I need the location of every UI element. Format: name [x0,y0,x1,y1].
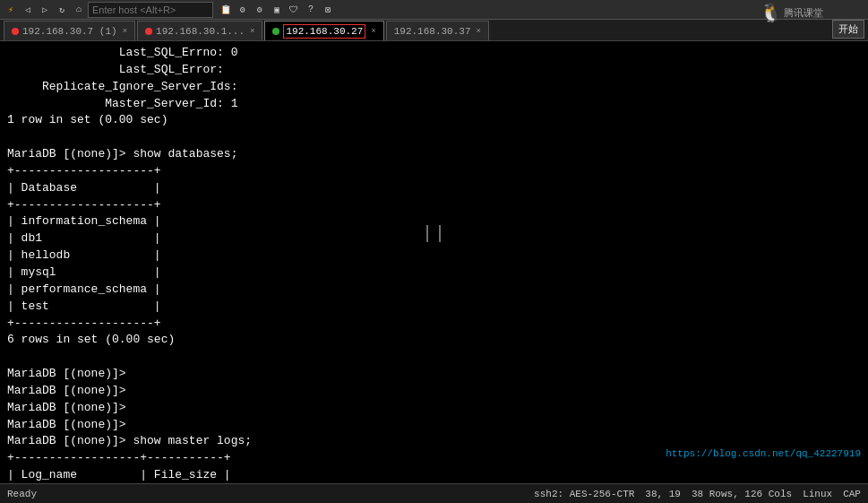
tab-192-168-30-7[interactable]: 192.168.30.7 (1) × [4,21,135,40]
refresh-icon[interactable]: ↻ [55,3,69,17]
line-prompt4: MariaDB [(none)]> [7,418,126,431]
tab-bar: 192.168.30.7 (1) × 192.168.30.1... × 192… [0,20,868,41]
script-icon[interactable]: ▣ [270,3,284,17]
status-size: 38 Rows, 126 Cols [692,489,792,499]
tencent-text: 腾讯课堂 [784,6,823,20]
tencent-icon: 🐧 [760,2,782,24]
tab-label-3: 192.168.30.27 [283,24,365,39]
help-icon[interactable]: ? [304,3,318,17]
titlebar-icons: ⚡ ◁ ▷ ↻ ⌂ [4,3,86,17]
arrow-right-icon[interactable]: ▷ [38,3,52,17]
line-show-master: MariaDB [(none)]> show master logs; [7,434,252,447]
line-db-3: | hellodb | [7,248,161,262]
clipboard-icon[interactable]: 📋 [219,3,233,17]
open-button-area: 开始 [832,20,864,39]
tab-192-168-30-37[interactable]: 192.168.30.37 × [386,21,489,40]
line-db-1: | information_schema | [7,214,161,228]
title-bar: ⚡ ◁ ▷ ↻ ⌂ 📋 ⚙ ⚙ ▣ 🛡 ? ⊠ 🐧 腾讯课堂 [0,0,868,20]
status-mode: CAP [843,489,861,499]
tab-dot-green-3 [272,28,279,35]
right-icons: 📋 ⚙ ⚙ ▣ 🛡 ? ⊠ [219,3,335,17]
home-icon[interactable]: ⌂ [72,3,86,17]
tab-label-1: 192.168.30.7 (1) [22,26,117,37]
shield-icon[interactable]: 🛡 [287,3,301,17]
line-row1: 1 row in set (0.00 sec) [7,113,168,126]
line-prompt2: MariaDB [(none)]> [7,384,126,397]
settings2-icon[interactable]: ⚙ [253,3,267,17]
host-input[interactable] [88,2,213,18]
status-right: ssh2: AES-256-CTR 38, 19 38 Rows, 126 Co… [534,489,861,499]
line-log-header: | Log_name | File_size | [7,468,231,481]
line-log-border1: +------------------+-----------+ [7,451,231,464]
tab-close-4[interactable]: × [477,27,481,36]
line-show-db: MariaDB [(none)]> show databases; [7,147,237,160]
line-replicate: Replicate_Ignore_Server_Ids: [7,80,245,93]
arrow-left-icon[interactable]: ◁ [21,3,35,17]
tab-192-168-30-27[interactable]: 192.168.30.27 × [264,21,383,40]
status-encoding: ssh2: AES-256-CTR [534,489,634,499]
line-master-server-id: Master_Server_Id: 1 [7,97,237,110]
terminal-output: Last_SQL_Errno: 0 Last_SQL_Error: Replic… [7,45,861,483]
tab-dot-red-2 [145,28,152,35]
status-position: 38, 19 [645,489,681,499]
tab-label-2: 192.168.30.1... [156,26,245,37]
watermark-url: https://blog.csdn.net/qq_42227919 [666,447,861,462]
tab-close-2[interactable]: × [250,27,254,36]
settings1-icon[interactable]: ⚙ [236,3,250,17]
status-bar: Ready ssh2: AES-256-CTR 38, 19 38 Rows, … [0,483,868,503]
lightning-icon[interactable]: ⚡ [4,3,18,17]
line-db-6: | test | [7,299,161,313]
line-db-header: | Database | [7,181,161,195]
line-sql-error: Last_SQL_Error: [7,63,231,76]
terminal[interactable]: Last_SQL_Errno: 0 Last_SQL_Error: Replic… [0,41,868,483]
tab-192-168-30-1[interactable]: 192.168.30.1... × [137,21,262,40]
line-sql-errno: Last_SQL_Errno: 0 [7,46,237,59]
status-os: Linux [803,489,832,499]
tab-close-1[interactable]: × [123,27,127,36]
line-db-5: | performance_schema | [7,282,161,296]
tab-dot-red-1 [12,28,19,35]
line-db-border3: +--------------------+ [7,317,161,330]
tab-label-4: 192.168.30.37 [394,26,471,37]
close-box-icon[interactable]: ⊠ [321,3,335,17]
line-prompt3: MariaDB [(none)]> [7,401,126,414]
tab-close-3[interactable]: × [371,27,375,36]
line-db-4: | mysql | [7,265,161,279]
line-db-border2: +--------------------+ [7,198,161,212]
pause-indicator: || [422,221,447,247]
tencent-logo-area: 🐧 腾讯课堂 [760,2,823,24]
line-prompt1: MariaDB [(none)]> [7,367,126,380]
open-button[interactable]: 开始 [832,20,864,39]
line-db-border1: +--------------------+ [7,164,161,178]
line-6rows: 6 rows in set (0.00 sec) [7,333,175,346]
status-ready: Ready [7,489,37,499]
line-db-2: | db1 | [7,231,161,245]
